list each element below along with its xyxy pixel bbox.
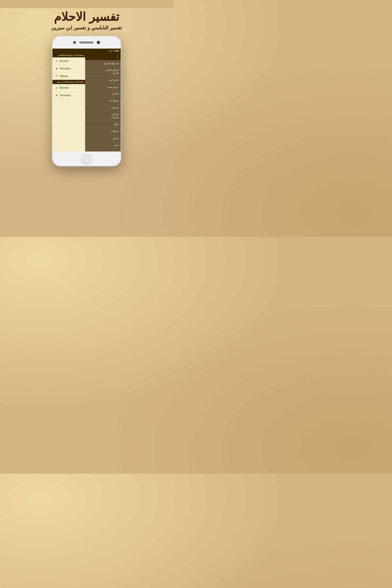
battery-icon: ▪ xyxy=(113,50,114,52)
volume-up-button[interactable] xyxy=(52,63,52,70)
browse-label-2: Browse xyxy=(60,86,68,89)
app-title: تفسير الاحلام xyxy=(4,10,169,23)
phone: ▲ ||| ▪ 9:53 تعطير الأنام في تفسير الأحل… xyxy=(52,36,121,166)
list-item-5[interactable]: الإعارة xyxy=(85,90,121,98)
list-item-12[interactable]: اسم xyxy=(85,142,121,149)
phone-top-bezel xyxy=(52,36,121,48)
camera-dot xyxy=(97,41,100,44)
drawer-section2-header: تعطير الأنام في تفسير الأحلام ابن سيرين xyxy=(52,80,85,84)
status-time: 9:53 xyxy=(114,50,119,52)
history-icon: ⏱ xyxy=(55,74,58,78)
app-subtitle: تفسير النابلسي و تفسير ابن سيرين xyxy=(4,25,169,30)
mute-button[interactable] xyxy=(52,81,52,88)
list-items: استراق السمع استلام الحجرالأسود عذار الخ… xyxy=(85,60,121,152)
favorites-icon-2: ♥ xyxy=(55,94,58,97)
browse-icon-2: ≡ xyxy=(55,86,58,90)
drawer-history[interactable]: ⏱ History xyxy=(52,72,85,80)
history-label: History xyxy=(60,74,68,78)
list-item-3[interactable]: عذار الخد xyxy=(85,77,121,84)
status-icons: ▲ ||| ▪ xyxy=(108,50,114,52)
drawer-panel: تعطير الأنام في تفسير الأحلام النابلسي ≡… xyxy=(52,53,85,152)
wifi-icon: ▲ xyxy=(108,50,110,52)
list-item-9[interactable]: اكاف xyxy=(85,121,121,128)
drawer-favorites-2[interactable]: ♥ Favorites xyxy=(52,92,85,99)
phone-wrapper: ▲ ||| ▪ 9:53 تعطير الأنام في تفسير الأحل… xyxy=(52,36,121,166)
header-area: تفسير الاحلام تفسير النابلسي و تفسير ابن… xyxy=(0,8,173,36)
phone-screen: ▲ ||| ▪ 9:53 تعطير الأنام في تفسير الأحل… xyxy=(52,48,121,152)
browse-label-1: Browse xyxy=(60,60,68,62)
phone-bottom-bezel xyxy=(52,152,121,166)
list-item-10[interactable]: اعتكاف xyxy=(85,128,121,135)
content-panel: ⋮ استراق السمع استلام الحجرالأسود عذار ا… xyxy=(85,53,121,152)
speaker-grill xyxy=(79,42,94,44)
drawer-browse-2[interactable]: ≡ Browse xyxy=(52,84,85,92)
favorites-label-2: Favorites xyxy=(60,94,71,97)
action-bar: ⋮ xyxy=(85,53,121,60)
drawer-favorites-1[interactable]: ♥ Favorites xyxy=(52,65,85,72)
signal-icon: ||| xyxy=(111,50,112,52)
volume-down-button[interactable] xyxy=(52,72,52,79)
drawer-browse-1[interactable]: ≡ Browse xyxy=(52,57,85,65)
list-item-8[interactable]: احتقانالإنسان xyxy=(85,111,121,121)
power-button[interactable] xyxy=(121,67,121,77)
drawer-section1-header: تعطير الأنام في تفسير الأحلام النابلسي xyxy=(52,53,85,57)
torn-edge-top xyxy=(0,0,173,8)
list-item-1[interactable]: استراق السمع xyxy=(85,60,121,67)
home-button[interactable] xyxy=(82,154,92,164)
list-item-2[interactable]: استلام الحجرالأسود xyxy=(85,67,121,77)
list-item-4[interactable]: عروق صفر xyxy=(85,84,121,91)
list-item-6[interactable]: اصطرلاب xyxy=(85,98,121,104)
browse-icon-1: ≡ xyxy=(55,60,58,63)
speaker-dot-left xyxy=(73,41,76,44)
list-item-7[interactable]: باذنجان xyxy=(85,104,121,111)
favorites-icon-1: ♥ xyxy=(55,67,58,70)
more-options-icon[interactable]: ⋮ xyxy=(115,54,119,59)
status-bar: ▲ ||| ▪ 9:53 xyxy=(52,48,121,53)
list-item-11[interactable]: اسنان xyxy=(85,135,121,142)
list-item-13[interactable]: اسطوانة xyxy=(85,149,121,152)
favorites-label-1: Favorites xyxy=(60,67,71,70)
